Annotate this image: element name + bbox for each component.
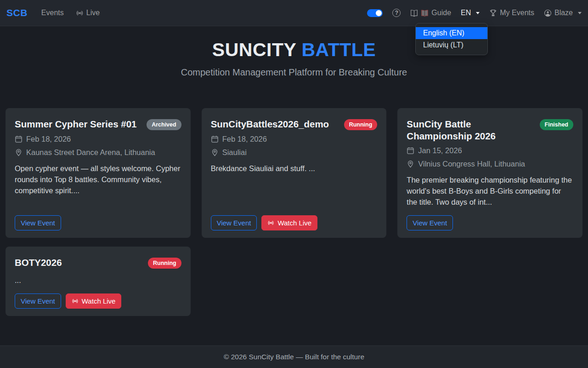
event-location-row: Vilnius Congress Hall, Lithuania (407, 160, 573, 168)
nav-guide-label: Guide (431, 9, 451, 17)
geo-pin-icon (211, 149, 219, 156)
nav-item-my-events[interactable]: My Events (489, 9, 534, 17)
status-badge: Running (148, 258, 181, 269)
brand-logo[interactable]: SCB (6, 7, 28, 18)
event-description: Open cypher event — all styles welcome. … (15, 163, 181, 196)
navbar: SCB Events Live ? Guide EN (0, 0, 588, 26)
title-primary: SUNCITY (212, 39, 296, 60)
nav-links: Events Live (41, 9, 100, 17)
event-date-row: Jan 15, 2026 (407, 146, 573, 155)
page-title: SUNCITY BATTLE (0, 39, 588, 61)
nav-my-events-label: My Events (500, 9, 534, 17)
toggle-knob (376, 10, 382, 16)
language-dropdown-toggle[interactable]: EN (461, 9, 480, 17)
title-accent: BATTLE (301, 39, 376, 60)
nav-item-live[interactable]: Live (76, 9, 100, 17)
nav-item-events[interactable]: Events (41, 9, 64, 17)
event-location: Siauliai (222, 148, 247, 157)
user-dropdown-toggle[interactable]: Blaze (544, 9, 582, 17)
event-card: BOTY2026 Running ... View Event Watch Li… (6, 247, 191, 316)
book-emoji-icon (421, 9, 429, 17)
page-subtitle: Competition Management Platform for Brea… (0, 67, 588, 78)
geo-pin-icon (407, 160, 414, 168)
view-event-button[interactable]: View Event (407, 215, 453, 230)
card-header: SunCityBattles2026_demo Running (211, 118, 378, 130)
event-description: The premier breaking championship featur… (407, 175, 573, 208)
theme-toggle[interactable] (367, 9, 383, 17)
card-header: SunCity Battle Championship 2026 Finishe… (407, 118, 573, 142)
calendar-icon (407, 147, 414, 155)
language-dropdown-menu: English (EN) Lietuvių (LT) (415, 23, 488, 55)
menu-item-english[interactable]: English (EN) (416, 27, 487, 39)
nav-user-label: Blaze (554, 9, 573, 17)
status-badge: Finished (540, 119, 573, 130)
event-location: Kaunas Street Dance Arena, Lithuania (26, 148, 155, 157)
watch-live-label: Watch Live (277, 218, 311, 228)
main-content: SUNCITY BATTLE Competition Management Pl… (0, 26, 588, 345)
footer: © 2026 SunCity Battle — Built for the cu… (0, 345, 588, 368)
event-card: Summer Cypher Series #01 Archived Feb 18… (6, 108, 191, 238)
event-date-row: Feb 18, 2026 (211, 135, 378, 144)
card-actions: View Event Watch Live (211, 215, 378, 232)
event-card-grid: Summer Cypher Series #01 Archived Feb 18… (6, 108, 582, 316)
event-title: Summer Cypher Series #01 (15, 118, 137, 130)
event-title: SunCity Battle Championship 2026 (407, 118, 534, 142)
event-description: ... (15, 275, 181, 286)
status-badge: Archived (147, 119, 181, 130)
broadcast-icon (76, 9, 84, 17)
watch-live-button[interactable]: Watch Live (66, 293, 122, 309)
view-event-button[interactable]: View Event (211, 215, 257, 230)
event-description: Brekdance Siauliai and stuff. ... (211, 163, 378, 174)
language-label: EN (461, 9, 471, 17)
event-date-row: Feb 18, 2026 (15, 135, 181, 144)
broadcast-icon (72, 298, 79, 305)
card-actions: View Event (407, 215, 573, 232)
view-event-button[interactable]: View Event (15, 215, 61, 230)
status-badge: Running (344, 119, 378, 130)
event-card: SunCityBattles2026_demo Running Feb 18, … (202, 108, 387, 238)
open-book-icon (410, 9, 418, 17)
broadcast-icon (267, 219, 274, 226)
event-location-row: Siauliai (211, 148, 378, 157)
question-circle-icon[interactable]: ? (392, 9, 401, 17)
event-title: SunCityBattles2026_demo (211, 118, 329, 130)
nav-item-guide[interactable]: Guide (410, 9, 451, 17)
event-date: Jan 15, 2026 (418, 146, 462, 155)
chevron-down-icon (476, 12, 480, 14)
event-location: Vilnius Congress Hall, Lithuania (418, 160, 525, 168)
calendar-icon (15, 135, 23, 143)
footer-text: © 2026 SunCity Battle — Built for the cu… (224, 353, 364, 361)
hero: SUNCITY BATTLE Competition Management Pl… (0, 39, 588, 78)
event-title: BOTY2026 (15, 257, 62, 269)
event-date: Feb 18, 2026 (222, 135, 267, 144)
navbar-right: ? Guide EN My Events Blaze (367, 9, 582, 17)
person-circle-icon (544, 9, 552, 17)
watch-live-label: Watch Live (82, 296, 116, 306)
calendar-icon (211, 135, 219, 143)
watch-live-button[interactable]: Watch Live (261, 215, 317, 230)
trophy-icon (489, 9, 497, 17)
nav-live-label: Live (86, 9, 100, 17)
event-card: SunCity Battle Championship 2026 Finishe… (397, 108, 582, 238)
geo-pin-icon (15, 149, 23, 156)
event-location-row: Kaunas Street Dance Arena, Lithuania (15, 148, 181, 157)
chevron-down-icon (578, 12, 582, 14)
view-event-button[interactable]: View Event (15, 293, 61, 309)
card-header: Summer Cypher Series #01 Archived (15, 118, 181, 130)
card-header: BOTY2026 Running (15, 257, 181, 269)
menu-item-lithuanian[interactable]: Lietuvių (LT) (416, 39, 487, 51)
event-date: Feb 18, 2026 (26, 135, 71, 144)
card-actions: View Event (15, 215, 181, 232)
card-actions: View Event Watch Live (15, 293, 181, 310)
